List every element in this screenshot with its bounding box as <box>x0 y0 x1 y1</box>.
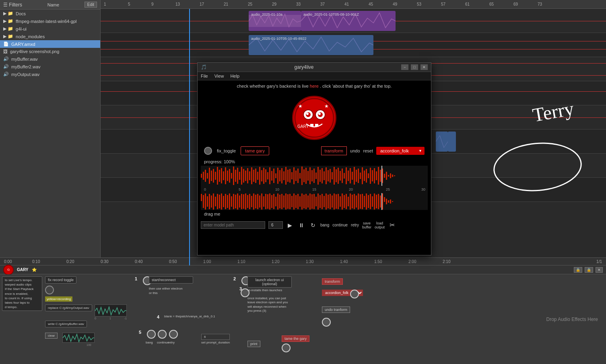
lock-button-1[interactable]: 🔒 <box>574 267 582 273</box>
undo-transform-button[interactable]: undo tranform <box>322 306 350 313</box>
undo-transform-circle[interactable] <box>322 318 331 327</box>
prompt-num-input[interactable] <box>268 221 283 229</box>
fix-record-circle[interactable] <box>45 286 54 294</box>
page-indicator: 1/1 <box>596 259 602 264</box>
modal-close-button[interactable]: ✕ <box>420 64 428 70</box>
accordion-select[interactable]: accordion_folk vanya_ai_dnb_0.1 <box>376 147 425 155</box>
track-clip[interactable]: audio_2025-01-10a <box>249 11 301 31</box>
retry-patch-label: retry <box>168 341 175 344</box>
modal-minimize-button[interactable]: − <box>401 64 408 70</box>
time-0-40: 0:40 <box>135 259 142 264</box>
menu-view[interactable]: View <box>214 74 224 78</box>
sidebar-item-myoutput[interactable]: 🔊 myOutput.wav <box>0 70 100 78</box>
sidebar-item-gary-amxd[interactable]: 📄 GARY.amxd <box>0 40 100 48</box>
svg-rect-187 <box>350 193 351 210</box>
svg-rect-16 <box>205 170 206 182</box>
step-5-circle-2[interactable] <box>158 330 167 339</box>
load-output-button[interactable]: load output <box>375 221 385 229</box>
modal-maximize-button[interactable]: □ <box>411 64 418 70</box>
svg-rect-153 <box>281 194 282 209</box>
refresh-button[interactable]: ↻ <box>309 221 317 229</box>
svg-rect-63 <box>299 173 301 179</box>
once-installed-label: once installed, you can justleave electr… <box>247 296 288 313</box>
pause-button[interactable]: ⏸ <box>297 221 306 229</box>
sidebar-item-mybuffer2[interactable]: 🔊 myBuffer2.wav <box>0 63 100 70</box>
sidebar-item-node-modules[interactable]: ▶ 📁 node_modules <box>0 33 100 40</box>
sidebar-item-ffmpeg[interactable]: ▶ 📁 ffmpeg-master-latest-win64-gpl <box>0 17 100 25</box>
sidebar-item-label: node_modules <box>16 34 45 39</box>
accordion-circle[interactable] <box>350 290 359 298</box>
sidebar-item-docs[interactable]: ▶ 📁 Docs <box>0 10 100 17</box>
svg-rect-161 <box>297 194 299 209</box>
transform-button[interactable]: transform <box>321 146 347 155</box>
bottom-patch-content: to set Live's tempo.warped audio clipsIf… <box>0 274 606 364</box>
svg-rect-118 <box>211 195 212 208</box>
svg-point-7 <box>318 113 321 115</box>
gary-logo-area: ★ ★ GARY <box>198 92 431 144</box>
bang-label[interactable]: bang <box>320 223 329 227</box>
reset-button[interactable]: reset <box>363 148 373 153</box>
svg-rect-129 <box>233 194 234 209</box>
sidebar-item-g4l-ui[interactable]: ▶ 📁 g4l-ui <box>0 25 100 33</box>
svg-rect-22 <box>217 167 218 185</box>
undo-button[interactable]: undo <box>350 148 360 153</box>
print-button[interactable]: print <box>247 341 260 347</box>
sidebar-name-label: Name <box>47 2 59 7</box>
sidebar-item-mybuffer[interactable]: 🔊 myBuffer.wav <box>0 55 100 63</box>
accordion-wrapper: accordion_folk vanya_ai_dnb_0.1 ▼ <box>376 147 425 155</box>
wave-ruler-25: 25 <box>386 187 390 191</box>
svg-rect-113 <box>201 194 202 201</box>
scissors-button[interactable]: ✂ <box>388 220 396 230</box>
transform-patch-button[interactable]: transform <box>322 278 343 285</box>
tame-gary-button[interactable]: tame gary <box>241 146 269 155</box>
track-clip[interactable]: audio_2025-01-10T05-08-10-901Z <box>301 11 396 31</box>
svg-rect-205 <box>386 199 387 204</box>
tame-gary-patch-button[interactable]: tame the gary <box>282 335 309 342</box>
filter-icon: ☰ Filters <box>3 2 22 8</box>
svg-rect-174 <box>324 196 325 207</box>
bottom-controls: ▶ ⏸ ↻ bang continue retry save buffer lo… <box>198 218 431 232</box>
mini-waveform-2-svg <box>63 333 95 343</box>
model-path-input[interactable] <box>201 221 265 229</box>
sidebar-edit-button[interactable]: Edit <box>85 2 97 8</box>
modal-titlebar: 🎵 gary4live − □ ✕ <box>198 63 431 72</box>
track-clip[interactable] <box>436 132 448 152</box>
fix-toggle-circle[interactable] <box>204 147 212 155</box>
svg-rect-34 <box>241 167 242 185</box>
step-5-circle-1[interactable] <box>147 330 156 339</box>
retry-label[interactable]: retry <box>351 223 359 227</box>
sidebar-item-label: gary4live screenshot.png <box>10 49 59 54</box>
clear-button[interactable]: clear <box>45 333 58 339</box>
wave-ruler-10: 10 <box>275 187 279 191</box>
menu-file[interactable]: File <box>201 74 208 78</box>
save-buffer-button[interactable]: save buffer <box>362 221 371 229</box>
tame-gary-wrapper: tame the gary <box>282 335 309 352</box>
track-clip[interactable]: audio_2025-01-10T05-10-45-8922 <box>249 35 373 55</box>
ruler-25: 25 <box>248 2 252 6</box>
fix-record-label: fix record toggle <box>48 278 74 282</box>
sidebar-item-gary4live-screenshot[interactable]: 🖼 gary4live screenshot.png <box>0 48 100 55</box>
lock-button-2[interactable]: 🔒 <box>585 267 593 273</box>
track-clip[interactable] <box>448 132 456 152</box>
svg-rect-207 <box>390 199 391 204</box>
svg-rect-96 <box>366 169 367 183</box>
svg-rect-201 <box>378 194 379 209</box>
start-reconnect-box: start/reconnect <box>149 276 193 284</box>
menu-help[interactable]: Help <box>230 74 239 78</box>
ruler-29: 29 <box>272 2 276 6</box>
track-row-1[interactable]: audio_2025-01-10a audio_2025-01-10T05-08… <box>101 9 606 33</box>
status-link[interactable]: here <box>310 84 319 88</box>
svg-rect-172 <box>319 195 321 208</box>
svg-rect-151 <box>277 193 278 210</box>
svg-rect-120 <box>215 197 216 206</box>
play-button[interactable]: ▶ <box>286 221 294 229</box>
ruler-33: 33 <box>296 2 301 6</box>
continue-label[interactable]: continue <box>332 223 348 227</box>
track-row-2[interactable]: audio_2025-01-10T05-10-45-8922 <box>101 33 606 57</box>
svg-rect-208 <box>392 201 393 202</box>
step-5-circle-3[interactable] <box>169 330 178 339</box>
svg-rect-148 <box>271 195 272 208</box>
tame-gary-circle[interactable] <box>282 343 291 352</box>
close-patch-button[interactable]: ✕ <box>596 267 603 273</box>
waveform-container[interactable]: 0 5 10 15 20 25 30 <box>201 166 428 210</box>
